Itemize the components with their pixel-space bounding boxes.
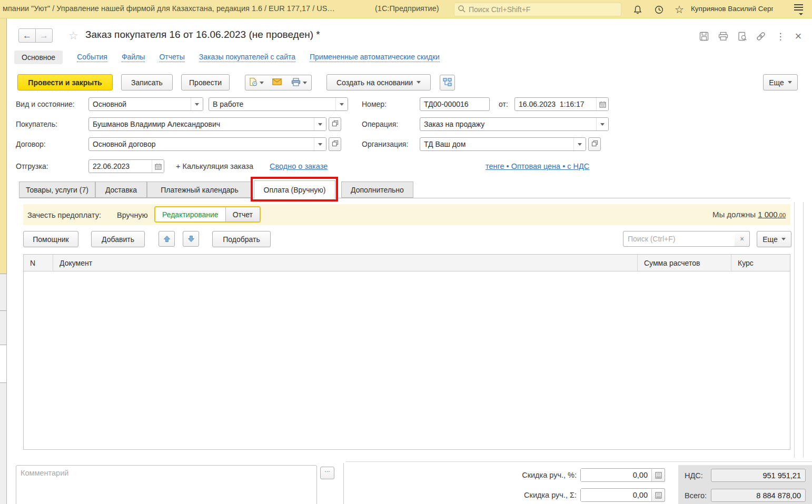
preview-icon[interactable] xyxy=(736,31,749,42)
contract-input[interactable] xyxy=(89,138,314,150)
buyer-combo[interactable] xyxy=(88,117,326,131)
manual-discount-pct-input[interactable] xyxy=(581,469,651,481)
operation-input[interactable] xyxy=(420,118,596,130)
date-field[interactable] xyxy=(514,97,609,111)
contract-label: Договор: xyxy=(16,140,46,148)
close-icon[interactable]: × xyxy=(792,31,805,42)
order-summary-link[interactable]: Сводно о заказе xyxy=(270,162,328,170)
move-up-button[interactable] xyxy=(159,231,175,247)
order-kind-combo[interactable] xyxy=(88,97,203,111)
column-header-document[interactable]: Документ xyxy=(53,255,638,271)
operation-combo[interactable] xyxy=(420,117,609,131)
tab-payment-calendar[interactable]: Платежный календарь xyxy=(147,182,252,198)
main-menu-icon[interactable] xyxy=(793,4,804,15)
more-kebab-icon[interactable]: ⋮ xyxy=(774,31,787,42)
post-document-menu-button[interactable] xyxy=(245,75,268,90)
currency-price-vat-link[interactable]: тенге • Оптовая цена • с НДС xyxy=(486,162,589,170)
calendar-icon[interactable] xyxy=(152,160,164,173)
open-contract-button[interactable] xyxy=(329,137,341,151)
column-header-rate[interactable]: Курс xyxy=(731,255,790,271)
shipment-date-input[interactable] xyxy=(89,160,152,173)
current-user[interactable]: Куприянов Василий Сергеев… xyxy=(691,5,773,13)
grand-total-label: Всего: xyxy=(685,491,707,500)
dropdown-button[interactable] xyxy=(596,118,608,130)
dropdown-button[interactable] xyxy=(573,138,586,150)
move-down-button[interactable] xyxy=(183,231,199,247)
order-calculation-label[interactable]: + Калькуляция заказа xyxy=(176,162,253,170)
get-link-icon[interactable] xyxy=(755,31,767,42)
save-icon[interactable] xyxy=(698,31,710,42)
dropdown-button[interactable] xyxy=(314,118,326,130)
nav-item-site-orders[interactable]: Заказы покупателей с сайта xyxy=(199,53,295,62)
nav-item-files[interactable]: Файлы xyxy=(122,53,145,62)
dropdown-button[interactable] xyxy=(191,98,203,110)
nav-item-events[interactable]: События xyxy=(77,53,107,62)
open-buyer-button[interactable] xyxy=(329,117,341,131)
print-icon[interactable] xyxy=(717,31,729,42)
manual-discount-sum-field[interactable] xyxy=(580,488,652,502)
date-input[interactable] xyxy=(515,98,596,110)
document-structure-button[interactable] xyxy=(440,75,455,90)
payments-table[interactable]: N Документ Сумма расчетов Курс xyxy=(23,254,790,450)
column-header-n[interactable]: N xyxy=(24,255,53,271)
buyer-input[interactable] xyxy=(89,118,314,130)
organization-input[interactable] xyxy=(420,138,573,150)
number-field[interactable] xyxy=(420,97,490,111)
grid-more-button[interactable]: Еще xyxy=(757,231,791,247)
column-header-settlement-sum[interactable]: Сумма расчетов xyxy=(638,255,731,271)
grid-search-input[interactable] xyxy=(623,235,735,243)
history-icon[interactable] xyxy=(653,4,665,15)
calculator-icon[interactable] xyxy=(651,468,665,482)
open-icon xyxy=(591,140,598,148)
add-favorite-star-icon[interactable]: ☆ xyxy=(68,29,78,42)
comment-expand-button[interactable]: ... xyxy=(320,467,334,479)
open-organization-button[interactable] xyxy=(588,137,601,151)
send-email-button[interactable] xyxy=(267,75,287,90)
assistant-button[interactable]: Помощник xyxy=(23,231,78,247)
manual-discount-pct-field[interactable] xyxy=(580,468,652,482)
manual-discount-sum-input[interactable] xyxy=(581,489,651,501)
background-window-4 xyxy=(0,382,7,504)
global-search-input[interactable] xyxy=(469,5,618,14)
favorites-star-icon[interactable]: ☆ xyxy=(674,4,685,15)
post-button[interactable]: Провести xyxy=(181,74,230,90)
grid-search-field[interactable] xyxy=(623,231,735,247)
calendar-icon[interactable] xyxy=(596,98,608,110)
prepayment-report-button[interactable]: Отчет xyxy=(225,207,260,221)
create-on-basis-button[interactable]: Создать на основании xyxy=(326,74,431,90)
print-menu-button[interactable] xyxy=(286,75,312,90)
global-search[interactable] xyxy=(454,3,621,16)
nav-item-reports[interactable]: Отчеты xyxy=(159,53,184,62)
prepayment-edit-button[interactable]: Редактирование xyxy=(155,207,225,221)
forward-button[interactable]: → xyxy=(35,28,53,43)
notifications-bell-icon[interactable] xyxy=(632,4,643,15)
back-button[interactable]: ← xyxy=(18,28,36,43)
tab-payment-manual[interactable]: Оплата (Вручную) xyxy=(254,180,335,199)
comment-field[interactable] xyxy=(16,465,317,504)
organization-combo[interactable] xyxy=(420,137,586,151)
post-and-close-button[interactable]: Провести и закрыть xyxy=(17,74,113,90)
shipment-date-field[interactable] xyxy=(88,159,164,173)
pick-button[interactable]: Подобрать xyxy=(212,231,271,247)
form-more-button[interactable]: Еще xyxy=(763,74,798,90)
contract-combo[interactable] xyxy=(88,137,326,151)
app-badge: (1С:Предприятие) xyxy=(375,4,439,13)
kind-state-label: Вид и состояние: xyxy=(16,100,75,108)
calculator-icon[interactable] xyxy=(651,488,665,502)
page-title: Заказ покупателя 16 от 16.06.2023 (не пр… xyxy=(85,29,320,41)
grid-search-clear-button[interactable]: × xyxy=(735,231,750,247)
tab-goods-services[interactable]: Товары, услуги (7) xyxy=(19,182,95,198)
number-input[interactable] xyxy=(420,98,489,110)
write-button[interactable]: Записать xyxy=(121,74,173,90)
order-kind-input[interactable] xyxy=(89,98,191,110)
nav-item-auto-discounts[interactable]: Примененные автоматические скидки xyxy=(310,53,440,62)
dropdown-button[interactable] xyxy=(314,138,326,150)
tab-delivery[interactable]: Доставка xyxy=(95,182,147,198)
order-state-combo[interactable] xyxy=(209,97,348,111)
we-owe-amount-link[interactable]: 1 000,00 xyxy=(758,210,786,219)
nav-item-main[interactable]: Основное xyxy=(14,51,63,64)
dropdown-button[interactable] xyxy=(335,98,348,110)
tab-additional[interactable]: Дополнительно xyxy=(341,182,413,198)
order-state-input[interactable] xyxy=(209,98,335,110)
add-row-button[interactable]: Добавить xyxy=(91,231,145,247)
